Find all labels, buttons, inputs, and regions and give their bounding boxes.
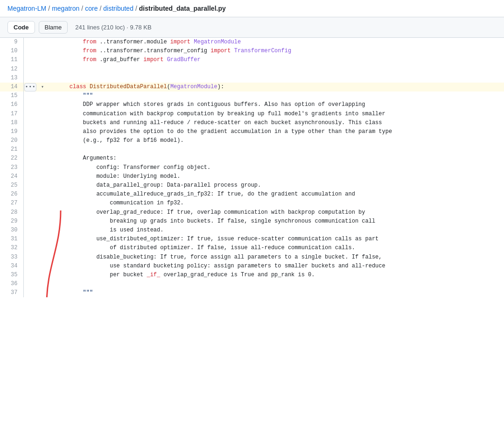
expander-cell: [37, 145, 49, 154]
dots-cell: [23, 154, 37, 163]
table-row: 19 also provides the option to do the gr…: [0, 127, 504, 136]
code-line: use_distributed_optimizer: If true, issu…: [49, 235, 504, 244]
table-row: 27 communication in fp32.: [0, 199, 504, 208]
dots-cell: [23, 110, 37, 119]
blame-button[interactable]: Blame: [39, 21, 68, 34]
expander-cell: [37, 172, 49, 181]
line-number: 32: [0, 244, 23, 252]
dots-cell: [23, 288, 37, 297]
code-line: [49, 145, 504, 154]
expander-cell: [37, 190, 49, 199]
expander-cell: [37, 127, 49, 136]
file-toolbar: Code Blame 241 lines (210 loc) · 9.78 KB: [0, 17, 504, 38]
table-row: 26 accumulate_allreduce_grads_in_fp32: I…: [0, 190, 504, 199]
line-number: 23: [0, 163, 23, 172]
line-number: 24: [0, 172, 23, 181]
table-row: 10 from ..transformer.transformer_config…: [0, 47, 504, 56]
code-line: [49, 65, 504, 74]
line-number: 18: [0, 119, 23, 127]
dots-cell: [23, 226, 37, 235]
expander-cell: [37, 47, 49, 56]
code-line: buckets and running all-reduce / reduce-…: [49, 119, 504, 127]
expander-cell: [37, 226, 49, 235]
expander-cell[interactable]: ▾: [37, 83, 49, 91]
table-row: 15 """: [0, 91, 504, 100]
line-number: 22: [0, 154, 23, 163]
dots-cell: [23, 65, 37, 74]
table-row: 20 (e.g., fp32 for a bf16 model).: [0, 136, 504, 145]
dots-cell: [23, 74, 37, 83]
expander-cell: [37, 217, 49, 226]
breadcrumb-megatron[interactable]: megatron: [52, 5, 79, 12]
code-line: from ..transformer.module import Megatro…: [49, 38, 504, 47]
dots-cell: [23, 262, 37, 271]
table-row: 22 Arguments:: [0, 154, 504, 163]
code-line: disable_bucketing: If true, force assign…: [49, 253, 504, 262]
line-number: 35: [0, 271, 23, 280]
breadcrumb-sep-4: /: [135, 5, 137, 12]
dots-cell: [23, 181, 37, 190]
expander-cell: [37, 136, 49, 145]
table-row: 33 disable_bucketing: If true, force ass…: [0, 253, 504, 262]
code-line: from ..transformer.transformer_config im…: [49, 47, 504, 56]
breadcrumb-distributed[interactable]: distributed: [103, 5, 133, 12]
line-number: 31: [0, 235, 23, 244]
breadcrumb-sep-2: /: [81, 5, 83, 12]
expander-cell: [37, 235, 49, 244]
line-number: 33: [0, 253, 23, 262]
expander-cell: [37, 119, 49, 127]
expander-cell: [37, 208, 49, 217]
dots-cell: [23, 145, 37, 154]
code-line: also provides the option to do the gradi…: [49, 127, 504, 136]
dots-cell: [23, 47, 37, 56]
code-line: (e.g., fp32 for a bf16 model).: [49, 136, 504, 145]
expander-cell: [37, 244, 49, 252]
breadcrumb-sep-1: /: [48, 5, 50, 12]
line-number: 12: [0, 65, 23, 74]
code-table: 9 from ..transformer.module import Megat…: [0, 38, 504, 297]
dots-cell: [23, 100, 37, 109]
table-row: 34 use standard bucketing policy: assign…: [0, 262, 504, 271]
table-row: 18 buckets and running all-reduce / redu…: [0, 119, 504, 127]
table-row: 11 from .grad_buffer import GradBuffer: [0, 56, 504, 64]
dots-button[interactable]: •••: [24, 83, 36, 91]
line-number: 13: [0, 74, 23, 83]
table-row: 37 """: [0, 288, 504, 297]
breadcrumb-megatron-lm[interactable]: Megatron-LM: [7, 5, 46, 12]
file-meta: 241 lines (210 loc) · 9.78 KB: [75, 24, 151, 31]
code-area: 9 from ..transformer.module import Megat…: [0, 38, 504, 297]
table-row: 13: [0, 74, 504, 83]
table-row: 14 ••• ▾ class DistributedDataParallel(M…: [0, 83, 504, 91]
expander-cell: [37, 253, 49, 262]
dots-cell: [23, 163, 37, 172]
line-number: 16: [0, 100, 23, 109]
code-line: """: [49, 91, 504, 100]
line-number: 28: [0, 208, 23, 217]
line-number: 17: [0, 110, 23, 119]
code-line: per bucket _if_ overlap_grad_reduce is T…: [49, 271, 504, 280]
code-line: from .grad_buffer import GradBuffer: [49, 56, 504, 64]
code-line: of distributed optimizer. If false, issu…: [49, 244, 504, 252]
table-row: 29 breaking up grads into buckets. If fa…: [0, 217, 504, 226]
code-line: [49, 280, 504, 288]
breadcrumb-core[interactable]: core: [85, 5, 98, 12]
line-number: 15: [0, 91, 23, 100]
breadcrumb-sep-3: /: [99, 5, 101, 12]
dots-cell: [23, 127, 37, 136]
expander-cell: [37, 65, 49, 74]
dots-cell: [23, 190, 37, 199]
dots-cell: [23, 91, 37, 100]
expander-cell: [37, 100, 49, 109]
table-row: 12: [0, 65, 504, 74]
table-row: 31 use_distributed_optimizer: If true, i…: [0, 235, 504, 244]
expander-cell: [37, 38, 49, 47]
dots-cell: [23, 119, 37, 127]
table-row: 25 data_parallel_group: Data-parallel pr…: [0, 181, 504, 190]
code-button[interactable]: Code: [7, 21, 35, 34]
table-row: 35 per bucket _if_ overlap_grad_reduce i…: [0, 271, 504, 280]
line-number: 20: [0, 136, 23, 145]
expander-cell: [37, 280, 49, 288]
code-line: is used instead.: [49, 226, 504, 235]
expander-cell: [37, 154, 49, 163]
table-row: 28 overlap_grad_reduce: If true, overlap…: [0, 208, 504, 217]
